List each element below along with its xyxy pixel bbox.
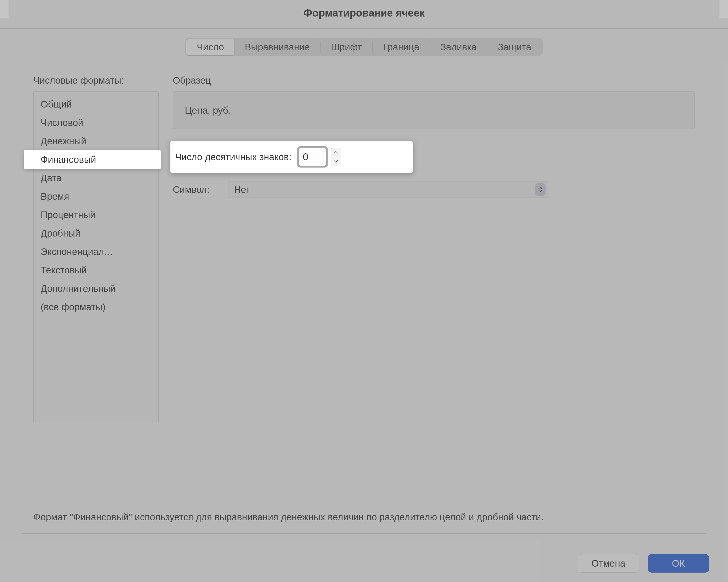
category-item-text[interactable]: Текстовый: [33, 261, 158, 279]
format-cells-dialog: Форматирование ячеек Число Выравнивание …: [0, 0, 728, 582]
number-panel: Числовые форматы: Общий Числовой Денежны…: [19, 61, 709, 534]
decimal-places-input[interactable]: 0: [297, 146, 328, 167]
tab-number[interactable]: Число: [186, 39, 234, 55]
dialog-footer: Отмена ОК: [578, 554, 709, 573]
decimal-places-value: 0: [303, 151, 308, 163]
corner-decoration-right: [720, 0, 728, 19]
sample-value: Цена, руб.: [185, 105, 231, 116]
tabs-bar: Число Выравнивание Шрифт Граница Заливка…: [185, 38, 542, 56]
dialog-title: Форматирование ячеек: [0, 0, 728, 29]
tab-font[interactable]: Шрифт: [320, 39, 373, 55]
decimal-step-down-button[interactable]: [331, 157, 341, 166]
tab-border[interactable]: Граница: [372, 39, 430, 55]
category-item-accounting[interactable]: Финансовый: [24, 150, 161, 169]
tab-alignment[interactable]: Выравнивание: [234, 39, 320, 55]
format-description: Формат ''Финансовый'' используется для в…: [33, 510, 695, 524]
category-item-number[interactable]: Числовой: [33, 113, 158, 132]
category-item-percentage[interactable]: Процентный: [33, 206, 158, 224]
tab-protection[interactable]: Защита: [487, 39, 542, 55]
category-item-custom[interactable]: (все форматы): [33, 298, 158, 316]
category-item-special[interactable]: Дополнительный: [33, 279, 158, 298]
symbol-label: Символ:: [173, 184, 220, 195]
select-arrows-icon: [535, 183, 546, 196]
symbol-select[interactable]: Нет: [227, 181, 548, 198]
decimal-places-label: Число десятичных знаков:: [175, 152, 291, 162]
category-item-date[interactable]: Дата: [33, 169, 158, 187]
chevron-up-icon: [334, 151, 338, 154]
symbol-row: Символ: Нет: [173, 181, 695, 198]
decimal-step-up-button[interactable]: [331, 148, 341, 157]
category-item-fraction[interactable]: Дробный: [33, 224, 158, 242]
tab-fill[interactable]: Заливка: [430, 39, 487, 55]
category-item-time[interactable]: Время: [33, 187, 158, 206]
symbol-value: Нет: [234, 184, 250, 195]
category-label: Числовые форматы:: [33, 75, 159, 86]
cancel-button[interactable]: Отмена: [578, 554, 639, 573]
category-list[interactable]: Общий Числовой Денежный Финансовый Дата …: [33, 91, 159, 422]
chevron-down-icon: [334, 160, 338, 163]
category-item-general[interactable]: Общий: [33, 95, 158, 113]
sample-preview: Цена, руб.: [173, 91, 695, 129]
decimal-places-row: Число десятичных знаков: 0: [171, 141, 413, 173]
category-item-scientific[interactable]: Экспоненциал…: [33, 242, 158, 261]
category-item-currency[interactable]: Денежный: [33, 132, 158, 150]
ok-button[interactable]: ОК: [648, 554, 709, 573]
decimal-places-steppers: [331, 148, 341, 166]
decimal-places-stepper: 0: [297, 146, 341, 167]
sample-label: Образец: [173, 75, 695, 86]
corner-decoration-left: [0, 0, 8, 19]
